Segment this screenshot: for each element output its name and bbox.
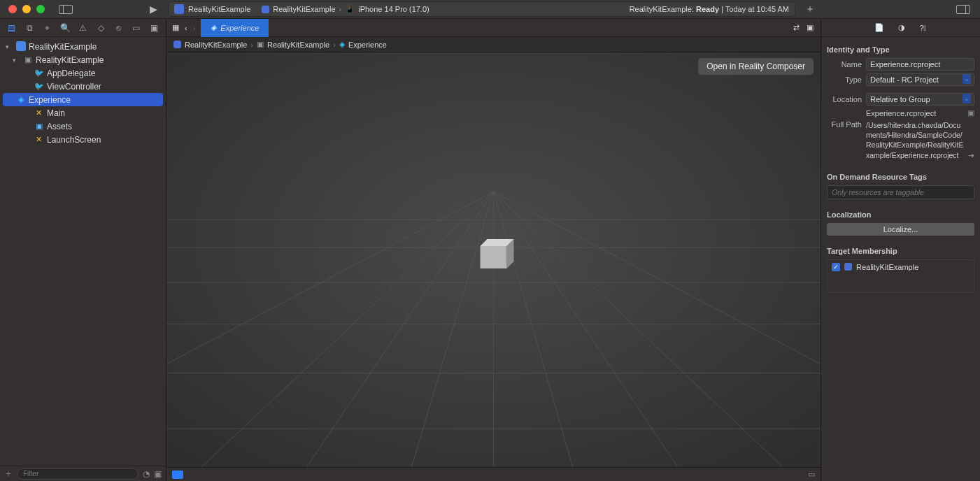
help-inspector-tab-icon[interactable]: ?⃝ (919, 24, 926, 32)
inspector-tabs: 📄 ◑ ?⃝ (821, 19, 980, 37)
project-icon (173, 41, 181, 48)
tree-item-appdelegate[interactable]: 🐦AppDelegate (0, 66, 166, 80)
project-icon (174, 4, 184, 14)
tab-experience[interactable]: ◈ Experience (201, 19, 269, 37)
test-navigator-icon[interactable]: ◇ (97, 23, 106, 33)
tree-item-main[interactable]: ✕Main (0, 106, 166, 120)
swift-file-icon: 🐦 (34, 69, 44, 78)
project-icon (15, 41, 26, 52)
project-name: RealityKitExample (188, 5, 250, 13)
scm-filter-icon[interactable]: ▣ (154, 469, 162, 479)
navigator-toolbar: ▤ ⧉ ⌖ 🔍 ⚠ ◇ ⎋ ▭ ▣ (0, 19, 166, 37)
zoom-window[interactable] (36, 5, 45, 13)
location-select[interactable]: Relative to Group (866, 93, 974, 106)
location-file: Experience.rcproject (866, 109, 963, 117)
close-window[interactable] (8, 5, 17, 13)
rc-file-icon: ◈ (339, 40, 345, 49)
rc-file-icon: ◈ (15, 95, 26, 104)
full-path-value: /Users/hitendra.chavda/Documents/Hitendr… (866, 120, 964, 160)
run-button[interactable]: ▶ (150, 3, 157, 15)
target-checkbox[interactable]: ✓ (832, 263, 840, 271)
choose-location-icon[interactable]: ▣ (967, 108, 974, 117)
tags-section-title: On Demand Resource Tags (827, 173, 974, 181)
rc-file-icon: ◈ (211, 23, 216, 32)
navigator-filter-input[interactable] (17, 468, 139, 480)
chevron-right-icon: › (339, 5, 342, 13)
tab-bar: ▦ ‹ › ◈ Experience ⇄ ▣ (166, 19, 821, 37)
related-items-icon[interactable]: ▦ (172, 23, 179, 32)
titlebar: ▶ RealityKitExample RealityKitExample › … (0, 0, 980, 19)
resource-tags-input[interactable] (827, 185, 974, 199)
interface-file-icon: ✕ (34, 108, 44, 117)
window-traffic-lights (0, 5, 45, 13)
project-tree: ▾RealityKitExample▾▣RealityKitExample🐦Ap… (0, 37, 166, 466)
source-control-navigator-icon[interactable]: ⧉ (24, 23, 34, 33)
recent-filter-icon[interactable]: ◔ (143, 469, 150, 479)
localization-section-title: Localization (827, 210, 974, 219)
report-navigator-icon[interactable]: ▣ (150, 23, 159, 33)
tree-item-experience[interactable]: ◈Experience (3, 93, 163, 106)
navigator-panel: ▤ ⧉ ⌖ 🔍 ⚠ ◇ ⎋ ▭ ▣ ▾RealityKitExample▾▣Re… (0, 19, 166, 481)
identity-section-title: Identity and Type (827, 45, 974, 54)
find-navigator-icon[interactable]: 🔍 (60, 23, 70, 33)
add-editor-icon[interactable]: ▣ (807, 23, 814, 32)
build-status: RealityKitExample: Ready | Today at 10:4… (630, 5, 789, 13)
symbol-navigator-icon[interactable]: ⌖ (43, 23, 52, 33)
swift-file-icon: 🐦 (34, 82, 44, 91)
tree-item-realitykitexample[interactable]: ▾RealityKitExample (0, 40, 166, 53)
scene-cube[interactable] (480, 239, 513, 268)
add-file-button[interactable]: ＋ (4, 468, 13, 480)
scene-viewport[interactable]: Open in Reality Composer (166, 52, 821, 467)
minimap-toggle-icon[interactable]: ▭ (808, 470, 815, 479)
reveal-in-finder-icon[interactable]: ➜ (968, 151, 974, 160)
svg-marker-16 (480, 246, 506, 268)
nav-forward-icon[interactable]: › (193, 24, 196, 32)
file-name-field[interactable]: Experience.rcproject (866, 58, 974, 71)
open-in-reality-composer-button[interactable]: Open in Reality Composer (698, 58, 814, 75)
tree-item-launchscreen[interactable]: ✕LaunchScreen (0, 133, 166, 146)
add-tab-button[interactable]: ＋ (801, 3, 819, 15)
minimize-window[interactable] (22, 5, 31, 13)
editor-area: ▦ ‹ › ◈ Experience ⇄ ▣ RealityKitExample… (166, 19, 821, 481)
history-inspector-tab-icon[interactable]: ◑ (898, 23, 905, 32)
adjust-editor-icon[interactable]: ⇄ (793, 23, 800, 32)
target-section-title: Target Membership (827, 247, 974, 255)
toggle-navigator-icon[interactable] (59, 5, 73, 14)
navigator-footer: ＋ ◔ ▣ (0, 466, 166, 481)
editor-footer: ▭ (166, 467, 821, 481)
nav-back-icon[interactable]: ‹ (185, 24, 187, 32)
scene-indicator-icon[interactable] (172, 471, 183, 479)
toggle-inspector-icon[interactable] (956, 5, 970, 14)
assets-icon: ▣ (34, 122, 44, 131)
scheme-icon (262, 6, 269, 13)
tree-item-realitykitexample[interactable]: ▾▣RealityKitExample (0, 53, 166, 66)
breakpoint-navigator-icon[interactable]: ▭ (132, 23, 141, 33)
activity-bar: RealityKitExample RealityKitExample › 📱 … (168, 1, 795, 17)
target-membership-box: ✓ RealityKitExample (827, 259, 974, 293)
interface-file-icon: ✕ (34, 135, 44, 144)
inspector-panel: 📄 ◑ ?⃝ Identity and Type Name Experience… (821, 19, 980, 481)
folder-icon: ▣ (257, 40, 264, 49)
file-inspector-tab-icon[interactable]: 📄 (874, 23, 884, 32)
target-name: RealityKitExample (856, 263, 918, 271)
debug-navigator-icon[interactable]: ⎋ (114, 23, 123, 33)
jump-bar[interactable]: RealityKitExample › ▣ RealityKitExample … (166, 37, 821, 52)
app-target-icon (844, 263, 852, 271)
folder-icon: ▣ (22, 55, 33, 64)
tree-item-assets[interactable]: ▣Assets (0, 120, 166, 133)
project-navigator-icon[interactable]: ▤ (7, 23, 16, 33)
file-type-select[interactable]: Default - RC Project (866, 73, 974, 86)
device-icon: 📱 (345, 5, 355, 14)
scheme-selector[interactable]: RealityKitExample › 📱 iPhone 14 Pro (17.… (262, 5, 429, 14)
localize-button[interactable]: Localize... (827, 223, 974, 236)
issue-navigator-icon[interactable]: ⚠ (78, 23, 87, 33)
tree-item-viewcontroller[interactable]: 🐦ViewController (0, 80, 166, 93)
